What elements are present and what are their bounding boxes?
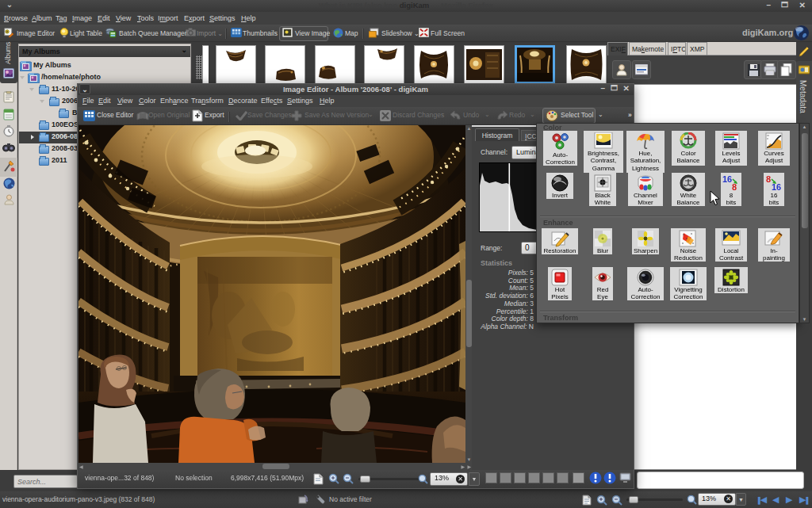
svg-text:8: 8 xyxy=(732,182,737,192)
svg-text:16: 16 xyxy=(722,174,732,184)
svg-text:16: 16 xyxy=(772,182,781,192)
svg-text:8: 8 xyxy=(766,174,771,184)
